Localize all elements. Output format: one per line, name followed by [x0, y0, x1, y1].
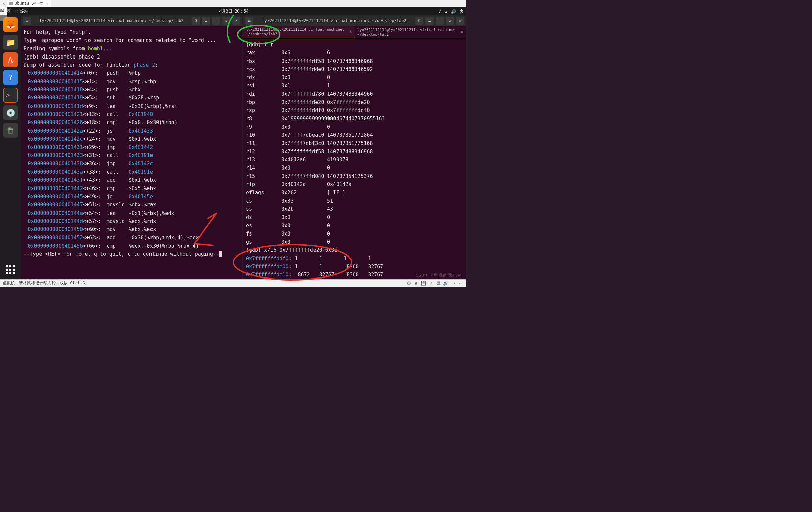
asm-row: 0x0000000000401442 <+46>:cmp$0x5,%ebx: [24, 184, 240, 193]
printer-icon[interactable]: 🖶: [436, 281, 441, 286]
asm-row: 0x0000000000401421 <+13>:call0x401940: [24, 110, 240, 118]
minimize-button[interactable]: –: [212, 17, 220, 25]
register-row: rcx0x7fffffffdde0140737488346592: [246, 65, 463, 73]
terminal-output-right[interactable]: (gdb) i r rax0x66rbx0x7fffffffdf58140737…: [243, 39, 466, 279]
window-title: lyx2021112114@lyx2021112114-virtual-mach…: [255, 18, 413, 23]
tab-label: lyx2021112114@lyx2021112114-virtual-mach…: [246, 27, 349, 36]
register-row: gs0x00: [246, 238, 463, 246]
close-button[interactable]: ×: [232, 17, 240, 25]
software-icon[interactable]: A: [3, 52, 18, 67]
asm-row: 0x000000000040141d <+9>:lea-0x30(%rbp),%…: [24, 102, 240, 110]
gdb-cmd: (gdb) disassemble phase_2: [24, 53, 240, 61]
ubuntu-icon: [9, 2, 13, 5]
gdb-cmd: (gdb) x/16 0x7fffffffde20-0x30: [246, 246, 463, 254]
vm-tab[interactable]: Ubuntu 64 位 ×: [7, 0, 51, 7]
terminal-window-left: ⊞ lyx2021112114@lyx2021112114-virtual-ma…: [21, 15, 242, 279]
asm-row: 0x0000000000401414 <+0>:push%rbp: [24, 69, 240, 77]
asm-row: 0x000000000040143a <+38>:call0x40191e: [24, 168, 240, 176]
floppy-icon[interactable]: 💾: [421, 281, 426, 286]
register-row: eflags0x202[ IF ]: [246, 188, 463, 197]
more-prompt: --Type <RET> for more, q to quit, c to c…: [24, 250, 240, 258]
register-row: r80x19999999999999991844674407370955161: [246, 115, 463, 123]
system-tray[interactable]: A ▲ 🔊 ⏻: [439, 9, 463, 14]
usb-icon[interactable]: ▭: [450, 281, 456, 286]
register-row: r150x7ffff7ffd040140737354125376: [246, 172, 463, 180]
asm-row: 0x0000000000401418 <+4>:push%rbx: [24, 86, 240, 94]
network-icon[interactable]: ⇄: [428, 281, 434, 286]
terminal-window-right: ⊞ lyx2021112114@lyx2021112114-virtual-ma…: [243, 15, 466, 279]
apropos-line: Type "apropos word" to search for comman…: [24, 36, 240, 44]
asm-row: 0x0000000000401456 <+66>:cmp%ecx,-0x30(%…: [24, 242, 240, 250]
register-row: rdi0x7fffffffd780140737488344960: [246, 90, 463, 98]
titlebar-left: ⊞ lyx2021112114@lyx2021112114-virtual-ma…: [21, 15, 242, 26]
terminal-tab-1[interactable]: lyx2021112114@lyx2021112114-virtual-mach…: [243, 26, 355, 38]
dock: 🦊 📁 A ? ＞_ 💿 🗑: [0, 15, 21, 279]
maximize-button[interactable]: ▫: [222, 17, 230, 25]
vm-tab-close-left[interactable]: ×: [0, 1, 7, 6]
vm-tab-label: Ubuntu 64 位: [15, 1, 43, 6]
register-row: rip0x40142a0x40142a: [246, 180, 463, 188]
asm-row: 0x0000000000401419 <+5>:sub$0x28,%rsp: [24, 94, 240, 102]
asm-row: 0x0000000000401452 <+62>:add-0x30(%rbp,%…: [24, 233, 240, 242]
register-row: ss0x2b43: [246, 205, 463, 213]
sound-icon[interactable]: 🔊: [443, 281, 448, 286]
files-icon[interactable]: 📁: [3, 35, 18, 50]
status-icons: ⛁ ◉ 💾 ⇄ 🖶 🔊 ▭ ▭: [406, 281, 463, 286]
register-row: es0x00: [246, 222, 463, 230]
status-text: 虚拟机，请将鼠标指针移入其中或按 Ctrl+G。: [3, 280, 89, 286]
message-icon[interactable]: ▭: [458, 281, 463, 286]
help-line: For help, type "help".: [24, 28, 240, 36]
show-apps-button[interactable]: [3, 262, 18, 277]
gnome-top-bar: 活动 ▢ 终端 4月3日 20：54 A ▲ 🔊 ⏻: [0, 7, 466, 15]
menu-button[interactable]: ≡: [425, 17, 434, 25]
asm-row: 0x000000000040144d <+57>:movslq%edx,%rdx: [24, 217, 240, 225]
close-icon[interactable]: ×: [47, 1, 49, 6]
maximize-button[interactable]: ▫: [446, 17, 454, 25]
register-row: r100x7ffff7dbeac0140737351772864: [246, 131, 463, 139]
search-button[interactable]: Q: [415, 17, 423, 25]
search-button[interactable]: Q: [192, 17, 200, 25]
minimize-button[interactable]: –: [436, 17, 444, 25]
asm-row: 0x0000000000401415 <+1>:mov%rsp,%rbp: [24, 77, 240, 86]
close-icon[interactable]: ×: [349, 29, 352, 34]
trash-icon[interactable]: 🗑: [3, 123, 18, 138]
cd-icon[interactable]: ◉: [413, 281, 419, 286]
register-row: rsp0x7fffffffddf00x7fffffffddf0: [246, 106, 463, 114]
vm-status-bar: 虚拟机，请将鼠标指针移入其中或按 Ctrl+G。 ⛁ ◉ 💾 ⇄ 🖶 🔊 ▭ ▭: [0, 279, 466, 287]
register-row: ds0x00: [246, 213, 463, 221]
close-icon[interactable]: ×: [461, 30, 463, 35]
help-icon[interactable]: ?: [3, 70, 18, 85]
register-row: fs0x00: [246, 230, 463, 238]
terminal-output-left[interactable]: For help, type "help". Type "apropos wor…: [21, 26, 242, 279]
register-row: r90x00: [246, 123, 463, 131]
power-icon: ⏻: [459, 9, 463, 14]
asm-row: 0x000000000040144a <+54>:lea-0x1(%rbx),%…: [24, 209, 240, 217]
register-row: rsi0x11: [246, 82, 463, 90]
asm-row: 0x0000000000401431 <+29>:jmp0x401442: [24, 143, 240, 151]
register-row: r110x7ffff7dbf3c0140737351775168: [246, 139, 463, 148]
titlebar-right: ⊞ lyx2021112114@lyx2021112114-virtual-ma…: [243, 15, 466, 26]
reading-line: Reading symbols from bomb1...: [24, 45, 240, 53]
disk-icon[interactable]: ⛁: [406, 281, 411, 286]
menu-button[interactable]: ≡: [202, 17, 210, 25]
asm-row: 0x000000000040142a <+22>:js0x401433: [24, 127, 240, 135]
window-title: lyx2021112114@lyx2021112114-virtual-mach…: [33, 18, 190, 23]
close-button[interactable]: ×: [456, 17, 464, 25]
terminal-tab-2[interactable]: lyx2021112114@lyx2021112114-virtual-mach…: [355, 26, 466, 38]
terminal-icon[interactable]: ＞_: [3, 88, 18, 103]
tab-label: lyx2021112114@lyx2021112114-virtual-mach…: [357, 28, 461, 37]
volume-icon: 🔊: [451, 9, 456, 14]
asm-row: 0x000000000040142c <+24>:mov$0x1,%ebx: [24, 135, 240, 143]
clock[interactable]: 4月3日 20：54: [219, 8, 249, 14]
asm-row: 0x0000000000401426 <+18>:cmpl$0x0,-0x30(…: [24, 118, 240, 127]
register-row: r130x4012a64199078: [246, 156, 463, 164]
memory-row: 0x7fffffffddf0: 1 1 1 1: [246, 254, 463, 263]
register-row: rbx0x7fffffffdf58140737488346968: [246, 57, 463, 65]
new-tab-button[interactable]: ⊞: [245, 17, 253, 25]
new-tab-button[interactable]: ⊞: [23, 17, 31, 25]
firefox-icon[interactable]: 🦊: [3, 17, 18, 32]
register-row: cs0x3351: [246, 197, 463, 205]
register-row: r120x7fffffffdf58140737488346968: [246, 148, 463, 156]
disc-icon[interactable]: 💿: [3, 105, 18, 120]
app-menu[interactable]: ▢ 终端: [16, 8, 28, 14]
